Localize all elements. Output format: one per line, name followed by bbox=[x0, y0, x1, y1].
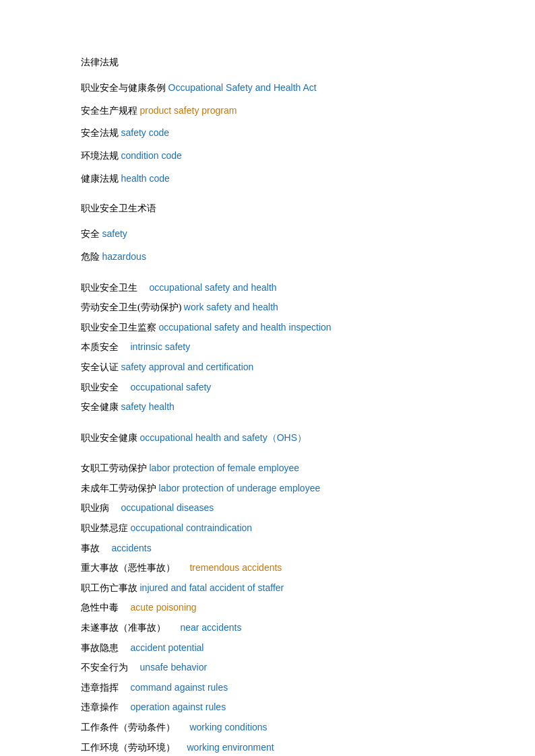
working-environment-zh: 工作环境（劳动环境） bbox=[81, 743, 175, 753]
safety-en: safety bbox=[102, 228, 127, 239]
health-code-zh: 健康法规 bbox=[81, 174, 119, 184]
section-title-laws: 法律法规 bbox=[81, 54, 454, 71]
entry-safety-code: 安全法规 safety code bbox=[81, 124, 454, 143]
accident-potential-en: accident potential bbox=[121, 642, 204, 653]
tremendous-accidents-en: tremendous accidents bbox=[178, 562, 282, 573]
section-laws: 法律法规 职业安全与健康条例 Occupational Safety and H… bbox=[81, 54, 454, 188]
acute-poisoning-zh: 急性中毒 bbox=[81, 603, 119, 613]
operation-against-rules-zh: 违章操作 bbox=[81, 702, 119, 712]
command-against-rules-en: command against rules bbox=[121, 682, 228, 693]
entry-product-safety: 安全生产规程 product safety program bbox=[81, 102, 454, 121]
entry-working-conditions: 工作条件（劳动条件） working conditions bbox=[81, 718, 454, 737]
safety-zh: 安全 bbox=[81, 229, 100, 239]
occ-diseases-en: occupational diseases bbox=[112, 502, 214, 513]
accident-potential-zh: 事故隐患 bbox=[81, 643, 119, 653]
command-against-rules-zh: 违章指挥 bbox=[81, 683, 119, 693]
entry-safety-health: 安全健康 safety health bbox=[81, 398, 454, 417]
occ-safety-zh: 职业安全 bbox=[81, 382, 119, 392]
occ-safety-en: occupational safety bbox=[121, 382, 212, 392]
entry-ohs: 职业安全健康 occupational health and safety（OH… bbox=[81, 429, 454, 448]
intrinsic-safety-en: intrinsic safety bbox=[121, 341, 191, 352]
female-labor-zh: 女职工劳动保护 bbox=[81, 463, 147, 473]
section-ohs: 职业安全健康 occupational health and safety（OH… bbox=[81, 429, 454, 448]
terminology-title-zh: 职业安全卫生术语 bbox=[81, 203, 156, 213]
health-code-en: health code bbox=[121, 173, 170, 184]
underage-labor-zh: 未成年工劳动保护 bbox=[81, 483, 156, 493]
entry-fatal-accident: 职工伤亡事故 injured and fatal accident of sta… bbox=[81, 579, 454, 598]
occ-inspection-en: occupational safety and health inspectio… bbox=[159, 322, 332, 333]
fatal-accident-en: injured and fatal accident of staffer bbox=[140, 582, 284, 593]
laws-title-zh: 法律法规 bbox=[81, 57, 119, 67]
product-safety-zh: 安全生产规程 bbox=[81, 106, 137, 116]
entry-occ-diseases: 职业病 occupational diseases bbox=[81, 499, 454, 518]
entry-condition-code: 环境法规 condition code bbox=[81, 147, 454, 166]
section-title-terminology: 职业安全卫生术语 bbox=[81, 200, 454, 217]
section-terminology: 职业安全卫生术语 安全 safety 危险 hazardous bbox=[81, 200, 454, 266]
occ-diseases-zh: 职业病 bbox=[81, 503, 109, 513]
entry-intrinsic-safety: 本质安全 intrinsic safety bbox=[81, 338, 454, 357]
work-safety-health-zh: 劳动安全卫生(劳动保护) bbox=[81, 302, 181, 312]
osha-zh: 职业安全与健康条例 bbox=[81, 83, 166, 93]
entry-tremendous-accidents: 重大事故（恶性事故） tremendous accidents bbox=[81, 559, 454, 578]
entry-underage-labor: 未成年工劳动保护 labor protection of underage em… bbox=[81, 479, 454, 498]
entry-occ-contraindication: 职业禁忌症 occupational contraindication bbox=[81, 519, 454, 538]
underage-labor-en: labor protection of underage employee bbox=[159, 483, 321, 493]
section-labor-protection: 女职工劳动保护 labor protection of female emplo… bbox=[81, 459, 454, 756]
entry-work-safety-health: 劳动安全卫生(劳动保护) work safety and health bbox=[81, 298, 454, 317]
safety-code-en: safety code bbox=[121, 127, 170, 138]
near-accidents-en: near accidents bbox=[168, 622, 242, 633]
tremendous-accidents-zh: 重大事故（恶性事故） bbox=[81, 563, 175, 573]
entry-osha: 职业安全与健康条例 Occupational Safety and Health… bbox=[81, 79, 454, 98]
hazardous-en: hazardous bbox=[102, 251, 146, 262]
section-occ-terms: 职业安全卫生 occupational safety and health 劳动… bbox=[81, 279, 454, 417]
accidents-zh: 事故 bbox=[81, 543, 100, 553]
entry-acute-poisoning: 急性中毒 acute poisoning bbox=[81, 598, 454, 617]
acute-poisoning-en: acute poisoning bbox=[121, 602, 197, 613]
entry-occ-safety: 职业安全 occupational safety bbox=[81, 378, 454, 397]
entry-hazardous: 危险 hazardous bbox=[81, 248, 454, 267]
condition-code-en: condition code bbox=[121, 150, 182, 161]
entry-safety: 安全 safety bbox=[81, 225, 454, 244]
entry-unsafe-behavior: 不安全行为 unsafe behavior bbox=[81, 658, 454, 677]
fatal-accident-zh: 职工伤亡事故 bbox=[81, 583, 137, 593]
entry-female-labor: 女职工劳动保护 labor protection of female emplo… bbox=[81, 459, 454, 478]
entry-operation-against-rules: 违章操作 operation against rules bbox=[81, 698, 454, 717]
working-environment-en: working environment bbox=[178, 742, 274, 753]
osha-en: Occupational Safety and Health Act bbox=[168, 82, 317, 93]
occ-inspection-zh: 职业安全卫生监察 bbox=[81, 322, 156, 333]
work-safety-health-en: work safety and health bbox=[184, 302, 278, 312]
safety-approval-en: safety approval and certification bbox=[121, 362, 254, 372]
entry-occ-inspection: 职业安全卫生监察 occupational safety and health … bbox=[81, 318, 454, 337]
safety-health-zh: 安全健康 bbox=[81, 402, 119, 412]
working-conditions-zh: 工作条件（劳动条件） bbox=[81, 722, 175, 732]
entry-safety-approval: 安全认证 safety approval and certification bbox=[81, 358, 454, 377]
operation-against-rules-en: operation against rules bbox=[121, 701, 226, 712]
condition-code-zh: 环境法规 bbox=[81, 151, 119, 161]
entry-command-against-rules: 违章指挥 command against rules bbox=[81, 679, 454, 697]
unsafe-behavior-zh: 不安全行为 bbox=[81, 662, 128, 673]
working-conditions-en: working conditions bbox=[178, 722, 268, 732]
entry-accident-potential: 事故隐患 accident potential bbox=[81, 639, 454, 658]
unsafe-behavior-en: unsafe behavior bbox=[131, 662, 208, 673]
ohs-zh: 职业安全健康 bbox=[81, 433, 137, 443]
occ-contraindication-en: occupational contraindication bbox=[131, 522, 253, 533]
ohs-en: occupational health and safety（OHS） bbox=[140, 432, 307, 443]
occ-contraindication-zh: 职业禁忌症 bbox=[81, 523, 128, 533]
safety-code-zh: 安全法规 bbox=[81, 128, 119, 138]
entry-accidents: 事故 accidents bbox=[81, 539, 454, 558]
intrinsic-safety-zh: 本质安全 bbox=[81, 342, 119, 352]
safety-health-en: safety health bbox=[121, 401, 175, 412]
safety-approval-zh: 安全认证 bbox=[81, 362, 119, 372]
entry-near-accidents: 未遂事故（准事故） near accidents bbox=[81, 619, 454, 638]
accidents-en: accidents bbox=[102, 543, 152, 553]
entry-working-environment: 工作环境（劳动环境） working environment bbox=[81, 738, 454, 756]
entry-health-code: 健康法规 health code bbox=[81, 170, 454, 188]
occ-safety-health-en: occupational safety and health bbox=[140, 282, 277, 293]
hazardous-zh: 危险 bbox=[81, 252, 100, 262]
product-safety-en: product safety program bbox=[140, 105, 237, 116]
entry-occ-safety-health: 职业安全卫生 occupational safety and health bbox=[81, 279, 454, 298]
occ-safety-health-zh: 职业安全卫生 bbox=[81, 283, 137, 293]
female-labor-en: labor protection of female employee bbox=[150, 462, 300, 473]
near-accidents-zh: 未遂事故（准事故） bbox=[81, 623, 166, 633]
